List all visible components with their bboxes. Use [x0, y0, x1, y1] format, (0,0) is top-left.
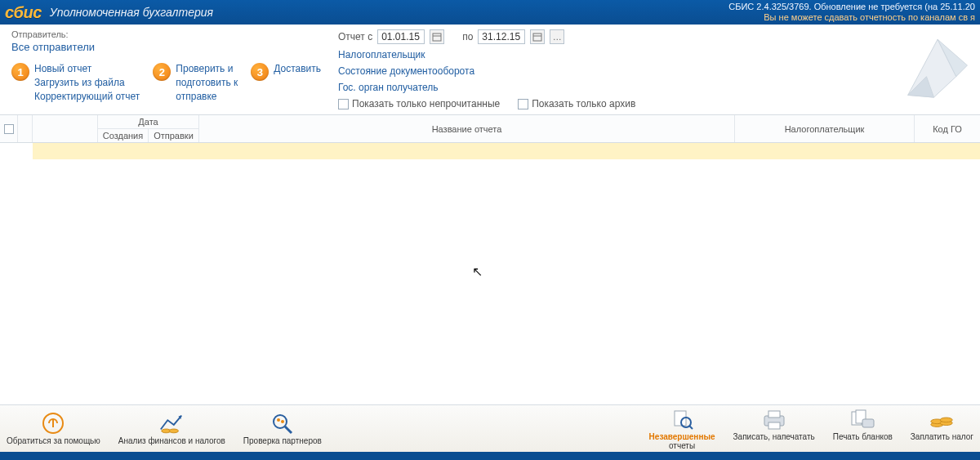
- calendar-from-icon[interactable]: [430, 29, 444, 44]
- from-label: Отчет с: [338, 31, 372, 42]
- step-3: 3 Доставить: [251, 63, 321, 103]
- svg-rect-0: [433, 33, 441, 41]
- correcting-report-link[interactable]: Корректирующий отчет: [34, 91, 140, 103]
- top-panel: Отправитель: Все отправители 1 Новый отч…: [0, 25, 980, 114]
- step1-badge: 1: [11, 63, 29, 81]
- version-text: СБИС 2.4.325/3769. Обновление не требует…: [728, 2, 975, 12]
- doc-magnifier-icon: [669, 408, 695, 431]
- check-unread[interactable]: Показать только непрочитанные: [338, 98, 500, 109]
- sender-label: Отправитель:: [11, 29, 338, 39]
- app-header: сбис Уполномоченная бухгалтерия СБИС 2.4…: [0, 0, 980, 25]
- svg-rect-23: [862, 419, 874, 427]
- empty-row-band: [33, 143, 980, 159]
- period-row: Отчет с по …: [338, 29, 969, 44]
- app-title: Уполномоченная бухгалтерия: [50, 6, 213, 19]
- check-archive[interactable]: Показать только архив: [518, 98, 635, 109]
- to-label: по: [462, 31, 473, 42]
- col-sent[interactable]: Отправки: [149, 129, 198, 142]
- col-go-code[interactable]: Код ГО: [915, 115, 980, 142]
- filter-taxpayer[interactable]: Налогоплательщик: [338, 49, 969, 60]
- filter-docflow-state[interactable]: Состояние документооборота: [338, 65, 969, 77]
- printer-icon: [761, 408, 787, 431]
- checkbox-icon[interactable]: [518, 99, 528, 109]
- period-extra-icon[interactable]: …: [550, 29, 564, 44]
- finance-analysis-button[interactable]: Анализ финансов и налогов: [118, 412, 225, 445]
- calendar-to-icon[interactable]: [530, 29, 545, 44]
- col-taxpayer[interactable]: Налогоплательщик: [735, 115, 915, 142]
- print-forms-button[interactable]: Печать бланков: [833, 408, 893, 450]
- step-1: 1 Новый отчет Загрузить из файла Коррект…: [11, 63, 140, 103]
- footer-bar: [0, 452, 980, 460]
- svg-point-13: [277, 418, 280, 422]
- table-row[interactable]: [0, 143, 980, 159]
- check-prepare-link-l2[interactable]: подготовить к: [176, 77, 238, 89]
- step2-badge: 2: [153, 63, 171, 81]
- svg-point-10: [170, 429, 179, 433]
- svg-rect-20: [768, 422, 780, 429]
- deliver-link[interactable]: Доставить: [274, 63, 321, 75]
- load-from-file-link[interactable]: Загрузить из файла: [34, 77, 140, 89]
- help-icon: [40, 412, 66, 435]
- svg-point-11: [274, 415, 287, 428]
- new-report-link[interactable]: Новый отчет: [34, 63, 140, 75]
- filter-gov-recipient[interactable]: Гос. орган получатель: [338, 82, 969, 93]
- step-2: 2 Проверить и подготовить к отправке: [153, 63, 238, 103]
- svg-point-14: [281, 420, 284, 423]
- check-prepare-link-l3[interactable]: отправке: [176, 91, 238, 103]
- partner-check-button[interactable]: Проверка партнеров: [243, 412, 322, 445]
- svg-rect-2: [533, 33, 541, 41]
- save-print-button[interactable]: Записать, напечатать: [733, 408, 815, 450]
- magnifier-people-icon: [270, 412, 296, 435]
- date-from-input[interactable]: [377, 29, 425, 44]
- cursor-icon: ↖: [472, 264, 483, 279]
- pay-tax-button[interactable]: Заплатить налог: [911, 408, 973, 450]
- svg-point-27: [941, 418, 953, 422]
- app-logo: сбис: [5, 3, 42, 22]
- bottom-toolbar: Обратиться за помощью Анализ финансов и …: [0, 404, 980, 452]
- help-button[interactable]: Обратиться за помощью: [7, 412, 100, 445]
- date-to-input[interactable]: [478, 29, 525, 44]
- table-header: Дата Создания Отправки Название отчета Н…: [0, 114, 980, 143]
- select-all-checkbox[interactable]: [4, 124, 14, 134]
- check-prepare-link-l1[interactable]: Проверить и: [176, 63, 238, 75]
- sender-dropdown[interactable]: Все отправители: [11, 41, 338, 53]
- svg-line-17: [689, 426, 693, 429]
- col-report-name[interactable]: Название отчета: [199, 115, 735, 142]
- warn-text: Вы не можете сдавать отчетность по канал…: [728, 12, 975, 23]
- origami-decor-icon: [885, 25, 975, 106]
- col-created[interactable]: Создания: [98, 129, 149, 142]
- svg-rect-19: [768, 411, 780, 418]
- step3-badge: 3: [251, 63, 269, 81]
- svg-line-12: [285, 427, 292, 433]
- unfinished-reports-button[interactable]: Незавершенныеотчеты: [649, 408, 715, 450]
- checkbox-icon[interactable]: [338, 99, 349, 109]
- chart-coins-icon: [158, 412, 185, 435]
- main-empty-area: ↖: [0, 159, 980, 404]
- coins-icon: [929, 408, 955, 431]
- col-date[interactable]: Дата: [98, 115, 198, 129]
- forms-printer-icon: [849, 408, 875, 431]
